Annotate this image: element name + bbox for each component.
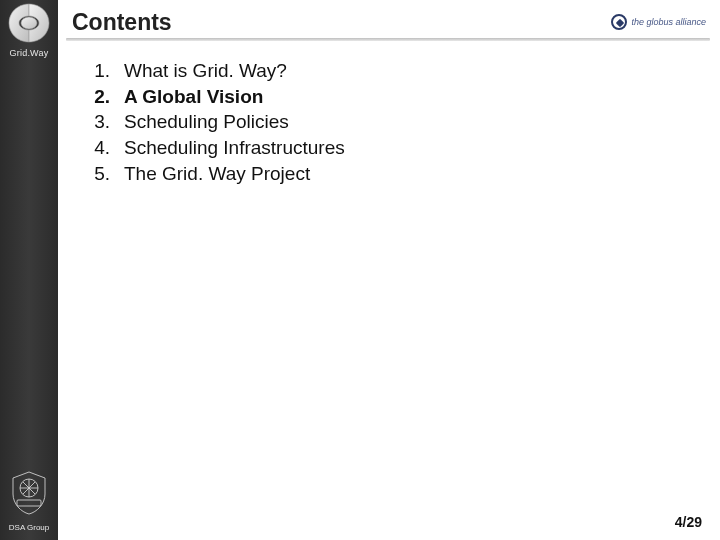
gridway-logo-icon: [4, 1, 54, 45]
page-number: 4/29: [675, 514, 702, 530]
toc-item-number: 3.: [86, 109, 110, 135]
toc-list: 1.What is Grid. Way?2.A Global Vision3.S…: [86, 58, 686, 186]
svg-rect-2: [17, 500, 41, 506]
toc-item-number: 5.: [86, 161, 110, 187]
toc-item: 3.Scheduling Policies: [86, 109, 686, 135]
toc-item: 5.The Grid. Way Project: [86, 161, 686, 187]
toc-item-label: What is Grid. Way?: [124, 58, 287, 84]
slide: Grid.Way DSA Group Contents the globus a…: [0, 0, 720, 540]
toc-item-number: 2.: [86, 84, 110, 110]
globus-logo-icon: [611, 14, 627, 30]
content-area: 1.What is Grid. Way?2.A Global Vision3.S…: [86, 58, 686, 186]
toc-item-label: A Global Vision: [124, 84, 263, 110]
brand-text: the globus alliance: [631, 17, 706, 27]
toc-item-number: 1.: [86, 58, 110, 84]
header-divider: [66, 38, 710, 41]
toc-item: 2.A Global Vision: [86, 84, 686, 110]
toc-item: 1.What is Grid. Way?: [86, 58, 686, 84]
svg-point-0: [21, 17, 37, 29]
page-title: Contents: [58, 9, 611, 36]
toc-item-label: Scheduling Policies: [124, 109, 289, 135]
toc-item-label: Scheduling Infrastructures: [124, 135, 345, 161]
toc-item-number: 4.: [86, 135, 110, 161]
toc-item: 4.Scheduling Infrastructures: [86, 135, 686, 161]
sidebar-top-label: Grid.Way: [0, 48, 58, 58]
brand-area: the globus alliance: [611, 14, 720, 30]
sidebar: Grid.Way DSA Group: [0, 0, 58, 540]
sidebar-bottom-label: DSA Group: [0, 523, 58, 532]
toc-item-label: The Grid. Way Project: [124, 161, 310, 187]
dsa-crest-icon: [9, 470, 49, 516]
